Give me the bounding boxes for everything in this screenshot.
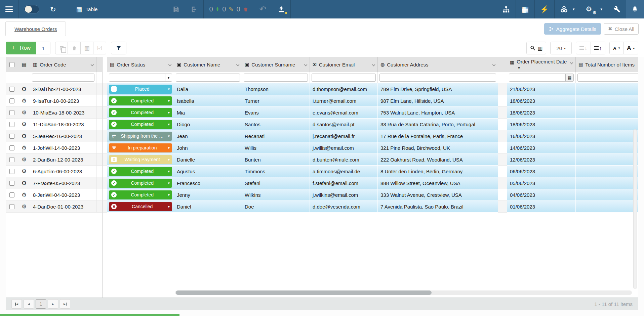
customer-address-cell[interactable]: 987 Elm Lane, Hillside, USA [378, 95, 498, 107]
row-select-cell[interactable] [6, 166, 18, 177]
customer-email-cell[interactable]: j.willis@email.com [310, 142, 378, 154]
caret-down-icon[interactable]: ▾ [168, 157, 170, 162]
select-all-checkbox[interactable] [9, 62, 14, 67]
header-order-status[interactable]: ▤ Order Status [107, 57, 174, 72]
caret-down-icon[interactable]: ▾ [168, 99, 170, 103]
row-checkbox[interactable] [9, 192, 14, 197]
settings-menu[interactable]: ⚙⚙ ▾ [580, 0, 608, 18]
order-date-cell[interactable]: 05/06/2023 [507, 177, 576, 189]
caret-down-icon[interactable]: ▾ [168, 110, 170, 115]
order-date-cell[interactable]: 14/06/2023 [507, 142, 576, 154]
customer-name-cell[interactable]: Mia [174, 107, 242, 119]
customer-address-cell[interactable]: 753 Walnut Lane, Hampton, USA [378, 107, 498, 119]
tables-button[interactable]: ▦ [516, 0, 534, 18]
customer-address-cell[interactable]: 888 Willow Street, Oceanview, USA [378, 177, 498, 189]
status-badge[interactable]: ✔ Completed ▾ [109, 108, 172, 117]
validate-button[interactable]: ☑ [93, 42, 106, 54]
order-code-cell[interactable]: 7-FraSte-05-00-2023 [30, 177, 96, 189]
order-status-cell[interactable]: ✔ Completed ▾ [107, 166, 174, 177]
order-code-cell[interactable]: 9-IsaTur-18-00-2023 [30, 95, 96, 107]
export-button[interactable] [185, 0, 203, 18]
row-select-cell[interactable] [6, 95, 18, 107]
status-badge[interactable]: ✔ Completed ▾ [109, 190, 172, 199]
caret-down-icon[interactable]: ▾ [168, 169, 170, 174]
customer-address-cell[interactable]: 17 Rue de la Fontaine, Paris, France [378, 130, 498, 142]
horizontal-scrollbar[interactable] [175, 290, 632, 295]
caret-down-icon[interactable]: ▾ [168, 181, 170, 185]
customer-address-cell[interactable]: 222 Oakhurst Road, Woodland, USA [378, 154, 498, 166]
caret-down-icon[interactable]: ▾ [168, 87, 170, 91]
customer-name-cell[interactable]: Dalia [174, 83, 242, 95]
status-badge[interactable]: ✔ Completed ▾ [109, 96, 172, 105]
order-code-cell[interactable]: 5-JeaRec-16-00-2023 [30, 130, 96, 142]
header-order-placement-date[interactable]: ▦ Order Placement Date ▾ [507, 57, 576, 72]
row-select-cell[interactable] [6, 107, 18, 119]
row-select-cell[interactable] [6, 201, 18, 213]
refresh-button[interactable]: ↻ [45, 0, 62, 18]
filter-button[interactable] [111, 42, 126, 54]
row-actions-cell[interactable]: ⚙ [18, 119, 30, 130]
customer-name-cell[interactable]: Agustus [174, 166, 242, 177]
status-badge[interactable]: ✔ Completed ▾ [109, 179, 172, 188]
row-select-cell[interactable] [6, 119, 18, 130]
row-actions-cell[interactable]: ⚙ [18, 107, 30, 119]
delete-row-button[interactable] [68, 42, 81, 54]
row-select-cell[interactable] [6, 142, 18, 154]
undo-button[interactable]: ↶ [254, 0, 272, 18]
row-select-cell[interactable] [6, 177, 18, 189]
chevron-down-icon[interactable] [91, 63, 94, 66]
hamburger-menu-icon[interactable] [0, 0, 18, 18]
order-status-cell[interactable]: $ Waiting Payment ▾ [107, 154, 174, 166]
filter-customer-name-input[interactable] [176, 74, 240, 82]
save-button[interactable] [167, 0, 185, 18]
customer-email-cell[interactable]: j.wilkins@email.com [310, 189, 378, 201]
sort-descending-button[interactable]: ↓ [576, 42, 591, 54]
order-code-cell[interactable]: 4-DanDoe-01-00-2023 [30, 201, 96, 213]
total-items-cell[interactable] [576, 189, 638, 201]
order-status-cell[interactable]: ⚒ In preparation ▾ [107, 142, 174, 154]
search-columns-button[interactable]: ▥ [526, 42, 546, 54]
caret-down-icon[interactable]: ▾ [168, 193, 170, 197]
header-total-items[interactable]: ▤ Total Number of Items [576, 57, 638, 72]
order-status-cell[interactable]: ✔ Completed ▾ [107, 107, 174, 119]
status-badge[interactable]: ⚒ In preparation ▾ [109, 143, 172, 152]
row-checkbox[interactable] [9, 181, 14, 186]
customer-surname-cell[interactable]: Willis [242, 142, 310, 154]
header-customer-email[interactable]: ✉ Customer Email [310, 57, 378, 72]
status-badge[interactable]: ✖ Cancelled ▾ [109, 202, 172, 211]
view-toggle[interactable] [18, 0, 45, 18]
customer-email-cell[interactable]: d.thompson@email.com [310, 83, 378, 95]
status-badge[interactable]: ✔ Completed ▾ [109, 120, 172, 129]
filter-customer-surname-input[interactable] [244, 74, 308, 82]
order-date-cell[interactable]: 04/06/2023 [507, 189, 576, 201]
customer-email-cell[interactable]: d.santos@email.pt [310, 119, 378, 130]
total-items-cell[interactable] [576, 83, 638, 95]
customer-surname-cell[interactable]: Doe [242, 201, 310, 213]
chevron-down-icon[interactable] [304, 63, 308, 66]
row-actions-cell[interactable]: ⚙ [18, 130, 30, 142]
total-items-cell[interactable] [576, 154, 638, 166]
chevron-down-icon[interactable] [168, 63, 172, 66]
total-items-cell[interactable] [576, 201, 638, 213]
first-page-button[interactable]: ◂ [11, 299, 22, 309]
customer-email-cell[interactable]: f.stefani@email.com [310, 177, 378, 189]
toggle-switch[interactable] [24, 5, 39, 13]
customer-name-cell[interactable]: Jean [174, 130, 242, 142]
row-count-button[interactable]: 1 [36, 42, 50, 54]
customer-email-cell[interactable]: j.recanati@email.fr [310, 130, 378, 142]
order-date-cell[interactable]: 21/06/2023 [507, 83, 576, 95]
row-actions-cell[interactable]: ⚙ [18, 142, 30, 154]
order-status-cell[interactable]: ↓ Placed ▾ [107, 83, 174, 95]
caret-down-icon[interactable]: ▾ [168, 122, 170, 127]
row-checkbox[interactable] [9, 87, 14, 92]
customer-address-cell[interactable]: 789 Elm Drive, Springfield, USA [378, 83, 498, 95]
current-page-button[interactable]: 1 [36, 299, 46, 309]
filter-date-input[interactable]: ▦ [509, 74, 574, 82]
filter-customer-address-input[interactable] [379, 74, 496, 82]
row-checkbox[interactable] [9, 122, 14, 127]
order-date-cell[interactable]: 18/06/2023 [507, 119, 576, 130]
total-items-cell[interactable] [576, 166, 638, 177]
customer-name-cell[interactable]: Daniel [174, 201, 242, 213]
customer-email-cell[interactable]: e.evans@email.com [310, 107, 378, 119]
chevron-down-icon[interactable] [492, 63, 496, 66]
